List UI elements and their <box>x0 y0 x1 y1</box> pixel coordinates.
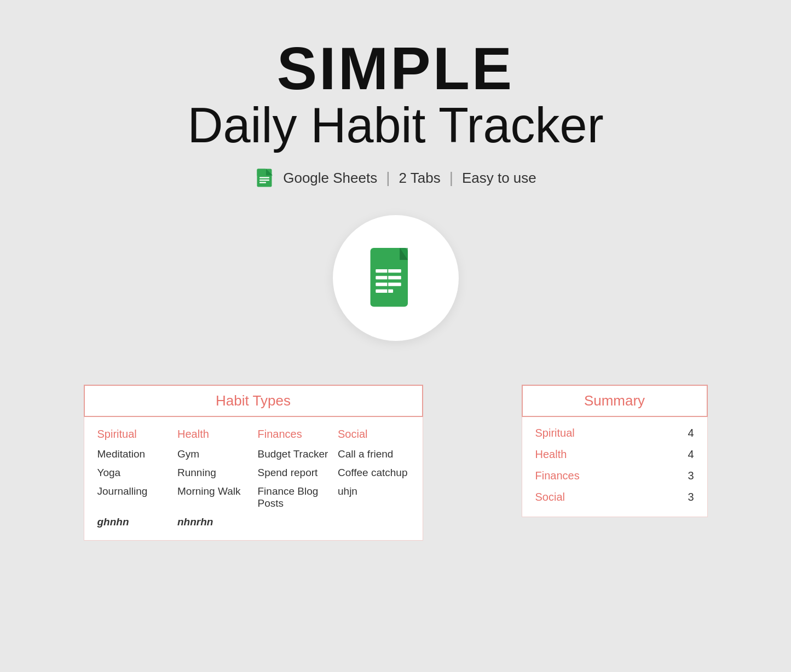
habit-cell: Budget Tracker <box>253 445 334 464</box>
summary-row: Spiritual 4 <box>531 422 698 444</box>
col-header-spiritual: Spiritual <box>93 422 174 445</box>
habit-types-table: Habit Types Spiritual Health Finances So… <box>84 385 423 541</box>
svg-rect-1 <box>257 169 267 177</box>
col-header-social: Social <box>333 422 414 445</box>
summary-label-finances: Finances <box>535 470 580 482</box>
habit-types-grid: Spiritual Health Finances Social Meditat… <box>84 417 423 541</box>
habit-cell-bold: ghnhn <box>93 513 174 531</box>
svg-rect-4 <box>259 179 269 181</box>
summary-table: Summary Spiritual 4 Health 4 Finances 3 … <box>522 385 708 517</box>
title-subtitle: Daily Habit Tracker <box>187 99 603 153</box>
svg-rect-12 <box>376 289 393 293</box>
meta-tabs: 2 Tabs <box>399 170 441 187</box>
summary-value-finances: 3 <box>688 470 694 482</box>
sheets-icon-small <box>255 168 274 188</box>
svg-rect-5 <box>259 182 266 183</box>
habit-cell: Running <box>173 464 253 482</box>
summary-value-health: 4 <box>688 448 694 461</box>
separator-1: | <box>386 169 390 187</box>
svg-rect-11 <box>376 283 401 286</box>
meta-row: Google Sheets | 2 Tabs | Easy to use <box>255 168 536 188</box>
col-header-finances: Finances <box>253 422 334 445</box>
habit-cell: Call a friend <box>333 445 414 464</box>
title-simple: SIMPLE <box>277 38 515 99</box>
habit-cell: Morning Walk <box>173 482 253 513</box>
summary-label-spiritual: Spiritual <box>535 427 575 439</box>
summary-grid: Spiritual 4 Health 4 Finances 3 Social 3 <box>522 417 708 517</box>
habit-cell <box>253 513 334 531</box>
habit-cell: uhjn <box>333 482 414 513</box>
summary-row: Health 4 <box>531 444 698 465</box>
sheets-icon-circle <box>333 215 459 341</box>
svg-rect-10 <box>376 276 401 279</box>
habit-cell: Spend report <box>253 464 334 482</box>
summary-value-spiritual: 4 <box>688 427 694 439</box>
meta-sheets: Google Sheets <box>283 170 377 187</box>
summary-label-health: Health <box>535 448 567 461</box>
habit-cell-bold: nhnrhn <box>173 513 253 531</box>
tables-section: Habit Types Spiritual Health Finances So… <box>40 385 752 541</box>
meta-ease: Easy to use <box>462 170 536 187</box>
summary-row: Social 3 <box>531 486 698 508</box>
summary-header: Summary <box>522 385 708 417</box>
habit-cell: Finance Blog Posts <box>253 482 334 513</box>
svg-rect-3 <box>259 177 269 178</box>
separator-2: | <box>449 169 453 187</box>
summary-label-social: Social <box>535 491 565 503</box>
habit-cell: Meditation <box>93 445 174 464</box>
col-header-health: Health <box>173 422 253 445</box>
svg-rect-9 <box>376 269 401 273</box>
hero-section: SIMPLE Daily Habit Tracker Google Sheets… <box>0 0 791 341</box>
summary-value-social: 3 <box>688 491 694 503</box>
habit-cell: Journalling <box>93 482 174 513</box>
habit-types-header: Habit Types <box>84 385 423 417</box>
summary-row: Finances 3 <box>531 465 698 486</box>
sheets-icon-large <box>366 248 426 308</box>
habit-cell: Yoga <box>93 464 174 482</box>
habit-cell: Coffee catchup <box>333 464 414 482</box>
habit-cell <box>333 513 414 531</box>
habit-cell: Gym <box>173 445 253 464</box>
